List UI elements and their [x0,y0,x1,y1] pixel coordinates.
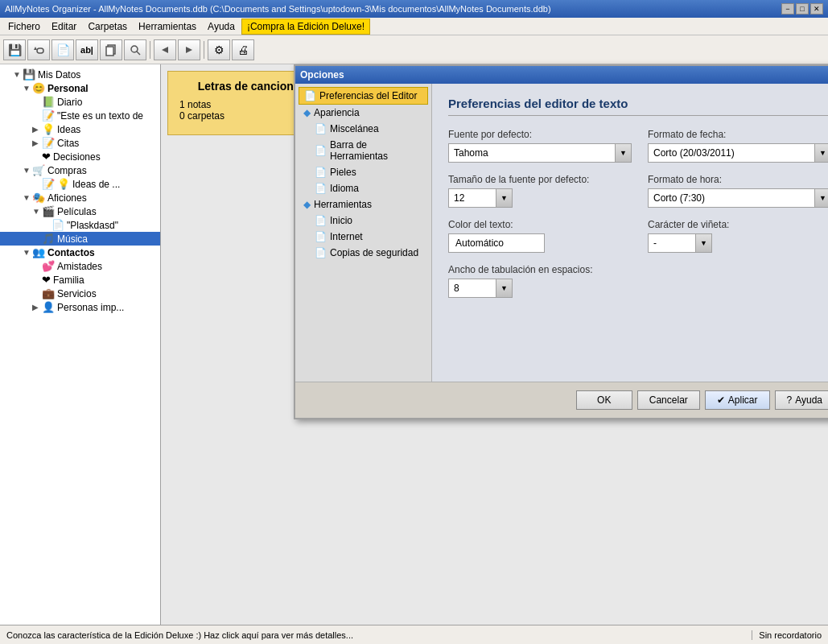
cancel-button[interactable]: Cancelar [637,390,700,410]
text-color-group: Color del texto: Automático [448,219,632,253]
font-dropdown-arrow[interactable]: ▼ [615,144,631,162]
tab-width-dropdown-arrow[interactable]: ▼ [496,279,512,297]
menu-fichero[interactable]: Fichero [3,19,45,34]
print-button[interactable]: 🖨 [232,39,254,60]
tab-width-group: Ancho de tabulación en espacios: 8 ▼ [448,264,632,298]
tree-item-label: Contactos [47,247,95,258]
menu-bar: Fichero Editar Carpetas Herramientas Ayu… [0,18,828,35]
ideas-icon2: 💡 [57,178,70,190]
help-icon: ? [787,394,793,406]
nav-item-copias[interactable]: 📄 Copias de seguridad [299,245,428,261]
nav-section-herramientas[interactable]: ◆ Herramientas [299,196,428,213]
tree-item-aficiones[interactable]: ▼ 🎭 Aficiones [0,191,160,204]
save-button[interactable]: 💾 [3,39,26,60]
font-select[interactable]: Tahoma ▼ [448,143,632,163]
nav-doc-icon: 📄 [315,231,327,242]
bullet-select[interactable]: - ▼ [648,233,712,253]
status-reminder: Sin recordatorio [752,630,822,640]
tree-item-citas[interactable]: ▶ 📝 Citas [0,136,160,150]
bullet-dropdown-arrow[interactable]: ▼ [695,234,711,252]
tree-item-label: "Este es un texto de [57,110,143,122]
help-label: Ayuda [795,394,822,406]
time-format-dropdown-arrow[interactable]: ▼ [814,189,828,207]
ok-button[interactable]: OK [576,390,632,410]
nav-doc-icon: 📄 [315,247,327,258]
nav-item-idioma[interactable]: 📄 Idioma [299,180,428,196]
text-color-button[interactable]: Automático [448,233,545,253]
time-format-select[interactable]: Corto (7:30) ▼ [648,188,828,208]
font-size-dropdown-arrow[interactable]: ▼ [496,189,512,207]
maximize-button[interactable]: □ [796,3,809,14]
note-icon: 📗 [42,96,55,108]
menu-ayuda[interactable]: Ayuda [203,19,240,34]
tree-item-plask[interactable]: 📄 "Plaskdasd" [0,218,160,232]
close-window-button[interactable]: ✕ [810,3,823,14]
expand-icon: ▶ [32,303,40,312]
settings-button[interactable]: ⚙ [208,39,230,60]
nav-label: Copias de seguridad [330,247,418,258]
font-size-select[interactable]: 12 ▼ [448,188,513,208]
date-format-select[interactable]: Corto (20/03/2011) ▼ [648,143,828,163]
personas-icon: 👤 [42,301,55,313]
undo-button[interactable] [27,39,50,60]
new-note-button[interactable]: 📄 [51,39,74,60]
musica-icon: 🎵 [42,233,55,245]
help-button[interactable]: ? Ayuda [775,390,829,410]
svg-marker-5 [162,47,168,53]
tree-item-peliculas[interactable]: ▼ 🎬 Películas [0,204,160,218]
note-icon: 📄 [51,219,64,231]
tree-item-decisiones[interactable]: ❤ Decisiones [0,150,160,163]
nav-doc-icon: 📄 [315,183,327,194]
tree-item-personal[interactable]: ▼ 😊 Personal [0,81,160,95]
expand-icon: ▶ [32,138,40,147]
prev-button[interactable] [154,39,176,60]
nav-item-barra[interactable]: 📄 Barra de Herramientas [299,137,428,164]
tree-item-ideas-de[interactable]: 📝 💡 Ideas de ... [0,177,160,191]
tree-item-compras[interactable]: ▼ 🛒 Compras [0,163,160,177]
apply-button[interactable]: ✔ Aplicar [705,390,770,410]
nav-item-internet[interactable]: 📄 Internet [299,229,428,245]
tab-width-select[interactable]: 8 ▼ [448,279,513,298]
tree-item-mis-datos[interactable]: ▼ 💾 Mis Datos [0,68,160,81]
menu-herramientas[interactable]: Herramientas [134,19,201,34]
status-message[interactable]: Conozca las característica de la Edición… [6,630,353,640]
nav-label: Preferencias del Editor [319,90,417,101]
search-button[interactable] [124,39,146,60]
bullet-value: - [649,235,695,251]
tree-item-familia[interactable]: ❤ Familia [0,273,160,287]
menu-editar[interactable]: Editar [47,19,81,34]
nav-item-miscelanea[interactable]: 📄 Miscelánea [299,121,428,137]
note-icon: 📝 [42,109,55,122]
nav-section-apariencia[interactable]: ◆ Apariencia [299,105,428,121]
nav-item-editor-prefs[interactable]: 📄 Preferencias del Editor [299,87,428,105]
decisiones-icon: ❤ [42,151,51,163]
form-row-1: Fuente por defecto: Tahoma ▼ Formato de … [448,129,828,163]
bullet-label: Carácter de viñeta: [648,219,828,230]
tree-item-texto[interactable]: 📝 "Este es un texto de [0,109,160,122]
tree-item-personas[interactable]: ▶ 👤 Personas imp... [0,300,160,314]
form-row-2: Tamaño de la fuente por defecto: 12 ▼ Fo… [448,174,828,208]
tree-item-musica[interactable]: 🎵 Música [0,232,160,246]
tree-item-servicios[interactable]: 💼 Servicios [0,287,160,300]
tree-item-ideas[interactable]: ▶ 💡 Ideas [0,122,160,136]
aficiones-icon: 🎭 [32,192,45,204]
menu-carpetas[interactable]: Carpetas [83,19,132,34]
minimize-button[interactable]: − [781,3,794,14]
nav-item-inicio[interactable]: 📄 Inicio [299,213,428,229]
copy-button[interactable] [100,39,122,60]
date-format-dropdown-arrow[interactable]: ▼ [814,144,828,162]
tree-item-amistades[interactable]: 💕 Amistades [0,259,160,273]
nav-item-pieles[interactable]: 📄 Pieles [299,164,428,180]
time-format-group: Formato de hora: Corto (7:30) ▼ [648,174,828,208]
next-button[interactable] [178,39,200,60]
toolbar-separator-2 [204,41,204,59]
menu-deluxe[interactable]: ¡Compra la Edición Deluxe! [241,19,370,35]
format-button[interactable]: ab| [76,39,98,60]
date-format-label: Formato de fecha: [648,129,828,140]
nav-doc-icon: 📄 [304,90,316,101]
expand-icon: ▼ [23,166,31,175]
tree-item-diario[interactable]: 📗 Diario [0,95,160,109]
tree-item-contactos[interactable]: ▼ 👥 Contactos [0,246,160,259]
svg-point-3 [131,46,138,52]
font-group: Fuente por defecto: Tahoma ▼ [448,129,632,163]
